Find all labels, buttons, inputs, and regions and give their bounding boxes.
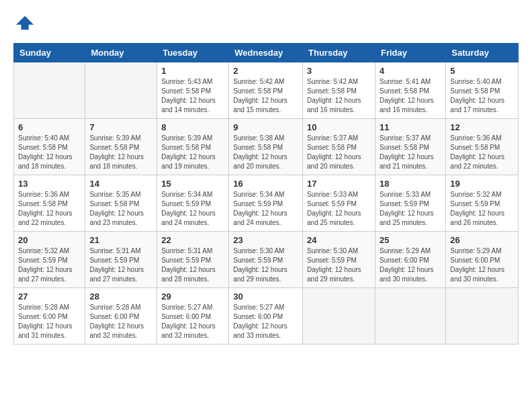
calendar-cell: 15Sunrise: 5:34 AMSunset: 5:59 PMDayligh… (157, 175, 229, 232)
calendar-cell: 12Sunrise: 5:36 AMSunset: 5:58 PMDayligh… (446, 119, 519, 175)
day-info: Sunrise: 5:32 AMSunset: 5:59 PMDaylight:… (18, 246, 81, 284)
day-number: 26 (450, 235, 514, 245)
day-number: 23 (233, 235, 298, 245)
calendar-cell: 14Sunrise: 5:35 AMSunset: 5:58 PMDayligh… (85, 175, 157, 232)
weekday-header: Saturday (446, 44, 519, 62)
day-info: Sunrise: 5:42 AMSunset: 5:58 PMDaylight:… (233, 77, 298, 115)
calendar-week-row: 6Sunrise: 5:40 AMSunset: 5:58 PMDaylight… (14, 119, 519, 175)
day-number: 9 (233, 122, 298, 132)
weekday-header: Thursday (303, 44, 375, 62)
day-number: 24 (307, 235, 371, 245)
calendar-cell: 11Sunrise: 5:37 AMSunset: 5:58 PMDayligh… (375, 119, 445, 175)
calendar-cell: 3Sunrise: 5:42 AMSunset: 5:58 PMDaylight… (303, 62, 375, 119)
calendar-header-row: SundayMondayTuesdayWednesdayThursdayFrid… (14, 44, 519, 62)
day-number: 27 (18, 291, 81, 302)
calendar-cell: 8Sunrise: 5:39 AMSunset: 5:58 PMDaylight… (157, 119, 229, 175)
calendar-cell (446, 288, 519, 345)
calendar-cell (375, 288, 445, 345)
calendar-cell: 6Sunrise: 5:40 AMSunset: 5:58 PMDaylight… (14, 119, 85, 175)
weekday-header: Tuesday (157, 44, 229, 62)
calendar-cell: 7Sunrise: 5:39 AMSunset: 5:58 PMDaylight… (85, 119, 157, 175)
calendar-cell: 16Sunrise: 5:34 AMSunset: 5:59 PMDayligh… (229, 175, 303, 232)
day-info: Sunrise: 5:38 AMSunset: 5:58 PMDaylight:… (233, 134, 298, 171)
day-number: 15 (161, 179, 224, 189)
calendar-cell: 9Sunrise: 5:38 AMSunset: 5:58 PMDaylight… (229, 119, 303, 175)
logo-icon (16, 13, 35, 32)
day-number: 21 (89, 235, 152, 245)
calendar-cell: 29Sunrise: 5:27 AMSunset: 6:00 PMDayligh… (157, 288, 229, 345)
calendar-cell: 21Sunrise: 5:31 AMSunset: 5:59 PMDayligh… (85, 232, 157, 288)
day-info: Sunrise: 5:40 AMSunset: 5:58 PMDaylight:… (450, 77, 514, 115)
day-number: 12 (450, 122, 514, 132)
calendar-week-row: 20Sunrise: 5:32 AMSunset: 5:59 PMDayligh… (14, 232, 519, 288)
day-info: Sunrise: 5:42 AMSunset: 5:58 PMDaylight:… (307, 77, 371, 115)
day-number: 16 (233, 179, 298, 189)
day-info: Sunrise: 5:35 AMSunset: 5:58 PMDaylight:… (89, 190, 152, 228)
day-info: Sunrise: 5:37 AMSunset: 5:58 PMDaylight:… (380, 134, 441, 171)
day-info: Sunrise: 5:36 AMSunset: 5:58 PMDaylight:… (18, 190, 81, 228)
calendar-cell: 5Sunrise: 5:40 AMSunset: 5:58 PMDaylight… (446, 62, 519, 119)
calendar-cell (303, 288, 375, 345)
logo (13, 13, 35, 32)
day-number: 3 (307, 66, 371, 76)
day-info: Sunrise: 5:27 AMSunset: 6:00 PMDaylight:… (233, 303, 298, 340)
weekday-header: Monday (85, 44, 157, 62)
day-info: Sunrise: 5:33 AMSunset: 5:59 PMDaylight:… (380, 190, 441, 228)
weekday-header: Friday (375, 44, 445, 62)
day-info: Sunrise: 5:39 AMSunset: 5:58 PMDaylight:… (89, 134, 152, 171)
day-number: 13 (18, 179, 81, 189)
day-info: Sunrise: 5:29 AMSunset: 6:00 PMDaylight:… (450, 246, 514, 284)
day-info: Sunrise: 5:28 AMSunset: 6:00 PMDaylight:… (89, 303, 152, 340)
day-number: 7 (89, 122, 152, 132)
calendar-cell (85, 62, 157, 119)
day-info: Sunrise: 5:31 AMSunset: 5:59 PMDaylight:… (89, 246, 152, 284)
calendar-cell (14, 62, 85, 119)
calendar-cell: 13Sunrise: 5:36 AMSunset: 5:58 PMDayligh… (14, 175, 85, 232)
calendar-week-row: 13Sunrise: 5:36 AMSunset: 5:58 PMDayligh… (14, 175, 519, 232)
day-number: 14 (89, 179, 152, 189)
day-number: 29 (161, 291, 224, 302)
day-number: 25 (380, 235, 441, 245)
calendar-cell: 26Sunrise: 5:29 AMSunset: 6:00 PMDayligh… (446, 232, 519, 288)
calendar-cell: 25Sunrise: 5:29 AMSunset: 6:00 PMDayligh… (375, 232, 445, 288)
calendar-table: SundayMondayTuesdayWednesdayThursdayFrid… (13, 43, 519, 345)
day-number: 1 (161, 66, 224, 76)
day-info: Sunrise: 5:39 AMSunset: 5:58 PMDaylight:… (161, 134, 224, 171)
calendar-cell: 4Sunrise: 5:41 AMSunset: 5:58 PMDaylight… (375, 62, 445, 119)
calendar-cell: 19Sunrise: 5:32 AMSunset: 5:59 PMDayligh… (446, 175, 519, 232)
page-header (13, 13, 519, 32)
calendar-week-row: 1Sunrise: 5:43 AMSunset: 5:58 PMDaylight… (14, 62, 519, 119)
day-info: Sunrise: 5:33 AMSunset: 5:59 PMDaylight:… (307, 190, 371, 228)
calendar-cell: 27Sunrise: 5:28 AMSunset: 6:00 PMDayligh… (14, 288, 85, 345)
day-number: 5 (450, 66, 514, 76)
calendar-cell: 18Sunrise: 5:33 AMSunset: 5:59 PMDayligh… (375, 175, 445, 232)
day-number: 10 (307, 122, 371, 132)
day-info: Sunrise: 5:30 AMSunset: 5:59 PMDaylight:… (307, 246, 371, 284)
calendar-cell: 1Sunrise: 5:43 AMSunset: 5:58 PMDaylight… (157, 62, 229, 119)
day-number: 2 (233, 66, 298, 76)
day-info: Sunrise: 5:40 AMSunset: 5:58 PMDaylight:… (18, 134, 81, 171)
weekday-header: Wednesday (229, 44, 303, 62)
calendar-cell: 10Sunrise: 5:37 AMSunset: 5:58 PMDayligh… (303, 119, 375, 175)
day-info: Sunrise: 5:43 AMSunset: 5:58 PMDaylight:… (161, 77, 224, 115)
calendar-cell: 23Sunrise: 5:30 AMSunset: 5:59 PMDayligh… (229, 232, 303, 288)
day-info: Sunrise: 5:28 AMSunset: 6:00 PMDaylight:… (18, 303, 81, 340)
day-info: Sunrise: 5:34 AMSunset: 5:59 PMDaylight:… (161, 190, 224, 228)
calendar-cell: 30Sunrise: 5:27 AMSunset: 6:00 PMDayligh… (229, 288, 303, 345)
day-number: 4 (380, 66, 441, 76)
day-number: 17 (307, 179, 371, 189)
calendar-cell: 24Sunrise: 5:30 AMSunset: 5:59 PMDayligh… (303, 232, 375, 288)
day-number: 30 (233, 291, 298, 302)
day-number: 19 (450, 179, 514, 189)
weekday-header: Sunday (14, 44, 85, 62)
calendar-cell: 20Sunrise: 5:32 AMSunset: 5:59 PMDayligh… (14, 232, 85, 288)
day-number: 28 (89, 291, 152, 302)
day-info: Sunrise: 5:27 AMSunset: 6:00 PMDaylight:… (161, 303, 224, 340)
calendar-cell: 22Sunrise: 5:31 AMSunset: 5:59 PMDayligh… (157, 232, 229, 288)
day-info: Sunrise: 5:34 AMSunset: 5:59 PMDaylight:… (233, 190, 298, 228)
day-number: 8 (161, 122, 224, 132)
svg-marker-0 (16, 16, 34, 30)
day-info: Sunrise: 5:30 AMSunset: 5:59 PMDaylight:… (233, 246, 298, 284)
day-info: Sunrise: 5:32 AMSunset: 5:59 PMDaylight:… (450, 190, 514, 228)
day-number: 6 (18, 122, 81, 132)
